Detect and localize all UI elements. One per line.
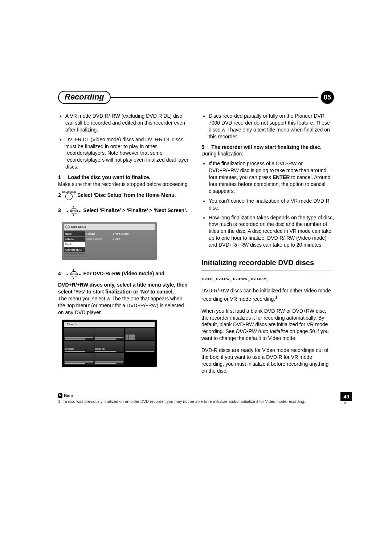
menu-style-thumb — [125, 328, 155, 340]
step-title: Select ‘Finalize’ > ‘Finalize’ > ‘Next S… — [83, 207, 187, 213]
bullet: If the finalization process of a DVD-RW … — [209, 160, 334, 194]
disc-setup-title: Disc Setup — [71, 225, 86, 229]
menu-style-thumb — [64, 341, 94, 352]
chapter-badge: 05 — [321, 91, 334, 104]
pencil-icon: ✎ — [58, 393, 62, 398]
step-4: 4 ▴ ▾ ◂ ▸ ENTER For DVD-R/-RW (Video mod… — [58, 266, 191, 316]
bullet: You can’t cancel the finalization of a V… — [209, 198, 334, 211]
note-label: Note — [64, 393, 73, 398]
step-title: Select ‘Disc Setup’ from the Home Menu. — [77, 192, 176, 198]
left-column: A VR mode DVD-R/-RW (excluding DVD-R DL)… — [58, 111, 191, 380]
page-header: Recording 05 — [58, 91, 334, 104]
menu-style-thumb — [94, 353, 124, 365]
section-title: Recording — [65, 92, 104, 101]
step-1: 1 Load the disc you want to finalize. Ma… — [58, 174, 191, 188]
step-5: 5 The recorder will now start finalizing… — [201, 144, 334, 158]
step-number: 3 — [58, 207, 61, 213]
enter-pad-icon: ▴ ▾ ◂ ▸ ENTER — [66, 268, 81, 279]
subsection-title: Initializing recordable DVD discs — [201, 258, 334, 268]
step-number: 2 — [58, 192, 61, 198]
finalize-screenshot: Finalize — [62, 320, 157, 367]
bullet: DVD-R DL (Video mode) discs and DVD+R DL… — [65, 136, 191, 170]
step-number: 1 — [58, 174, 61, 180]
step-number: 4 — [58, 271, 61, 276]
note-text: 1 If a disc was previously finalized on … — [58, 399, 334, 404]
step-body: The menu you select will be the one that… — [58, 295, 191, 316]
disc-icon — [65, 225, 70, 229]
step-2: 2 HOME MENU Select ‘Disc Setup’ from the… — [58, 191, 191, 200]
format-badge: DVD-RW — [216, 276, 230, 282]
ds-menu-item-selected: Finalize — [64, 242, 85, 247]
page-footer: 49 En — [340, 392, 352, 404]
bullet: How long finalization takes depends on t… — [209, 214, 334, 248]
right-column: Discs recorded partially or fully on the… — [201, 111, 334, 380]
ds-sub-item: Undo Finalize — [86, 236, 112, 241]
ds-menu-item: Initialize — [64, 237, 85, 242]
footnote-section: ✎ Note 1 If a disc was previously finali… — [58, 390, 334, 404]
menu-style-thumb — [125, 341, 155, 352]
step-body: Make sure that the recorder is stopped b… — [58, 181, 191, 188]
step-lead: During finalization: — [201, 150, 334, 157]
header-rule — [111, 97, 318, 98]
intro-bullets: A VR mode DVD-R/-RW (excluding DVD-R DL)… — [58, 113, 191, 170]
menu-style-thumb-empty — [125, 353, 155, 365]
enter-pad-icon: ▴ ▾ ◂ ▸ ENTER — [66, 205, 81, 216]
subsection-underline — [201, 270, 334, 271]
home-menu-icon — [65, 193, 73, 200]
menu-style-thumb — [94, 341, 124, 352]
format-badges: DVD-R DVD-RW DVD+RW DVD-RAM — [201, 276, 334, 282]
ds-sub-item: Finalize — [86, 231, 112, 236]
bullet: Discs recorded partially or fully on the… — [209, 113, 334, 140]
paragraph: When you first load a blank DVD-RW or DV… — [201, 308, 334, 342]
step-title: Load the disc you want to finalize. — [68, 174, 150, 180]
format-badge: DVD-RAM — [250, 276, 267, 282]
page-lang: En — [340, 402, 352, 404]
step5-bullets: If the finalization process of a DVD-RW … — [201, 160, 334, 248]
menu-style-thumb — [64, 328, 94, 340]
step-title: The recorder will now start finalizing t… — [211, 144, 321, 150]
ds-menu-item: Basic — [64, 231, 85, 236]
format-badge: DVD-R — [201, 276, 213, 282]
step-3: 3 ▴ ▾ ◂ ▸ ENTER Select ‘Finalize’ > ‘Fin… — [58, 203, 191, 218]
bullet: A VR mode DVD-R/-RW (excluding DVD-R DL)… — [65, 113, 191, 133]
ds-menu-item: Optimize HDD — [64, 247, 85, 252]
ds-action: Start — [115, 238, 120, 240]
step-number: 5 — [201, 144, 204, 150]
finalize-title: Finalize — [67, 323, 77, 327]
paragraph: DVD-R/-RW discs can be initialized for e… — [201, 287, 334, 302]
menu-style-thumb — [64, 353, 94, 365]
ds-action: Next Screen — [115, 232, 129, 235]
section-title-wrap: Recording — [58, 91, 111, 104]
disc-setup-screenshot: Disc Setup Basic Initialize Finalize Opt… — [62, 222, 157, 260]
page-number: 49 — [340, 392, 352, 401]
format-badge: DVD+RW — [232, 276, 248, 282]
top-bullets: Discs recorded partially or fully on the… — [201, 113, 334, 140]
menu-style-thumb — [94, 328, 124, 340]
paragraph: DVD-R discs are ready for Video mode rec… — [201, 347, 334, 374]
